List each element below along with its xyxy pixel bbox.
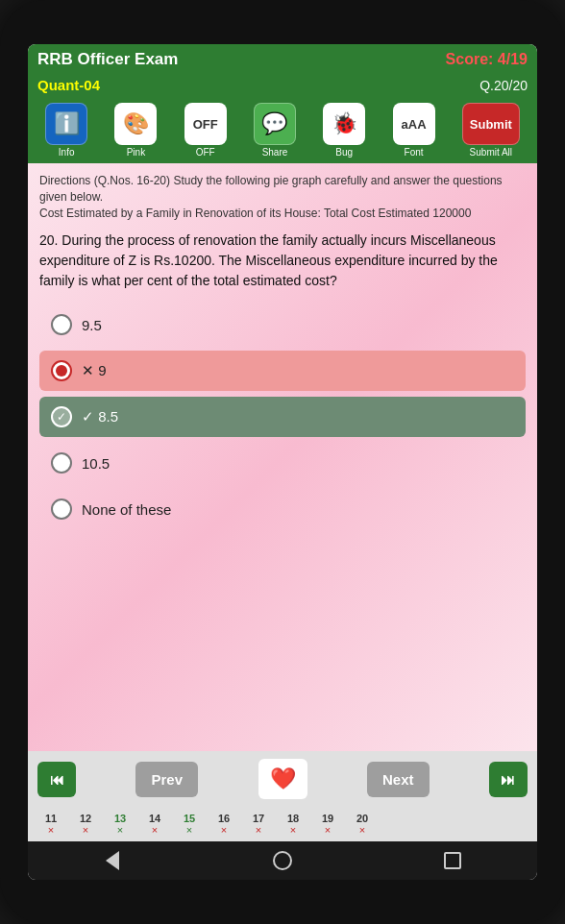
back-button[interactable]	[95, 849, 130, 872]
radio-d	[51, 452, 72, 474]
q-num-16[interactable]: 16 ×	[207, 811, 241, 838]
radio-e	[51, 498, 72, 520]
option-d-value: 10.5	[82, 455, 110, 472]
toolbar-font[interactable]: aAA Font	[393, 103, 435, 158]
q-num-15[interactable]: 15 ×	[172, 811, 207, 838]
radio-a	[51, 314, 72, 335]
option-e[interactable]: None of these	[39, 489, 526, 529]
question-text: 20. During the process of renovation the…	[39, 231, 526, 291]
toolbar: ℹ️ Info 🎨 Pink OFF OFF 💬 Share 🐞 Bug aAA	[28, 99, 537, 163]
option-d[interactable]: 10.5	[39, 443, 526, 483]
heart-icon: ❤️	[270, 766, 296, 790]
q-num-20-label: 20	[356, 813, 368, 824]
last-button[interactable]: ⏭	[489, 762, 528, 797]
q-num-16-mark: ×	[221, 824, 227, 836]
font-icon: aAA	[393, 103, 435, 145]
prev-label: Prev	[151, 771, 183, 788]
android-nav	[28, 841, 537, 880]
submit-label: Submit All	[470, 147, 512, 158]
q-num-17-mark: ×	[256, 824, 261, 836]
q-num-11[interactable]: 11 ×	[34, 811, 68, 838]
directions-text: Directions (Q.Nos. 16-20) Study the foll…	[39, 173, 526, 221]
option-a[interactable]: 9.5	[39, 304, 526, 345]
q-num-13-label: 13	[114, 813, 126, 824]
first-button[interactable]: ⏮	[37, 762, 76, 797]
option-c[interactable]: ✓ ✓ 8.5	[39, 397, 526, 437]
q-num-19[interactable]: 19 ×	[310, 811, 345, 838]
q-num-12-label: 12	[80, 813, 91, 824]
content-area: Directions (Q.Nos. 16-20) Study the foll…	[28, 163, 537, 751]
bug-label: Bug	[335, 147, 353, 158]
recents-button[interactable]	[435, 849, 470, 872]
q-num-11-label: 11	[45, 813, 57, 824]
option-b-value: ✕ 9	[82, 362, 107, 379]
option-a-value: 9.5	[82, 317, 102, 333]
q-num-17-label: 17	[253, 813, 264, 824]
option-c-value: ✓ 8.5	[82, 408, 118, 426]
app-title: RRB Officer Exam	[37, 50, 178, 69]
q-num-19-label: 19	[322, 813, 333, 824]
header-top: RRB Officer Exam Score: 4/19	[28, 44, 537, 75]
phone-shell: RRB Officer Exam Score: 4/19 Quant-04 Q.…	[0, 0, 565, 924]
toolbar-share[interactable]: 💬 Share	[254, 103, 296, 158]
next-label: Next	[382, 771, 414, 788]
q-num-11-mark: ×	[48, 824, 54, 836]
first-icon: ⏮	[50, 771, 64, 788]
option-e-value: None of these	[82, 501, 171, 518]
radio-b-inner	[56, 365, 67, 377]
home-button[interactable]	[265, 849, 300, 872]
toolbar-off[interactable]: OFF OFF	[184, 103, 227, 158]
home-icon	[273, 851, 292, 870]
q-num-18[interactable]: 18 ×	[276, 811, 310, 838]
q-num-15-label: 15	[184, 813, 195, 824]
info-label: Info	[59, 147, 75, 158]
share-label: Share	[262, 147, 288, 158]
q-num-14-mark: ×	[152, 824, 158, 836]
q-num-12[interactable]: 12 ×	[68, 811, 103, 838]
q-num-20[interactable]: 20 ×	[345, 811, 380, 838]
q-num-14[interactable]: 14 ×	[137, 811, 172, 838]
toolbar-info[interactable]: ℹ️ Info	[45, 103, 87, 158]
bug-icon: 🐞	[323, 103, 365, 145]
question-numbers-row: 11 × 12 × 13 × 14 × 15 × 16 ×	[28, 807, 537, 841]
q-num-13-mark: ×	[117, 824, 123, 836]
q-num-19-mark: ×	[325, 824, 331, 836]
toolbar-bug[interactable]: 🐞 Bug	[323, 103, 365, 158]
option-b[interactable]: ✕ 9	[39, 351, 526, 391]
q-num-18-mark: ×	[290, 824, 296, 836]
off-label: OFF	[196, 147, 215, 158]
back-icon	[106, 851, 119, 870]
radio-b	[51, 360, 72, 381]
font-label: Font	[405, 147, 424, 158]
off-icon: OFF	[184, 103, 227, 145]
submit-icon: Submit	[462, 103, 520, 145]
radio-c: ✓	[51, 406, 72, 427]
q-num-18-label: 18	[287, 813, 299, 824]
bottom-nav: ⏮ Prev ❤️ Next ⏭	[28, 751, 537, 807]
pink-icon: 🎨	[114, 103, 157, 145]
info-icon: ℹ️	[45, 103, 87, 145]
q-num-17[interactable]: 17 ×	[241, 811, 276, 838]
toolbar-submit[interactable]: Submit Submit All	[462, 103, 520, 158]
prev-button[interactable]: Prev	[135, 762, 198, 797]
q-num-15-mark: ×	[186, 824, 192, 836]
question-counter: Q.20/20	[479, 78, 528, 93]
toolbar-pink[interactable]: 🎨 Pink	[114, 103, 157, 158]
q-num-13[interactable]: 13 ×	[103, 811, 137, 838]
score-display: Score: 4/19	[446, 51, 528, 68]
checkmark-icon: ✓	[57, 410, 66, 424]
q-num-12-mark: ×	[83, 824, 88, 836]
recents-icon	[444, 852, 461, 869]
header-sub: Quant-04 Q.20/20	[28, 75, 537, 99]
share-icon: 💬	[254, 103, 296, 145]
q-num-14-label: 14	[149, 813, 160, 824]
phone-screen: RRB Officer Exam Score: 4/19 Quant-04 Q.…	[28, 44, 537, 880]
q-num-20-mark: ×	[359, 824, 365, 836]
next-button[interactable]: Next	[367, 762, 430, 797]
last-icon: ⏭	[501, 771, 515, 788]
heart-button[interactable]: ❤️	[258, 759, 307, 799]
options-list: 9.5 ✕ 9 ✓ ✓ 8.5	[39, 304, 526, 529]
q-num-16-label: 16	[218, 813, 230, 824]
pink-label: Pink	[127, 147, 145, 158]
chapter-label: Quant-04	[37, 77, 100, 93]
